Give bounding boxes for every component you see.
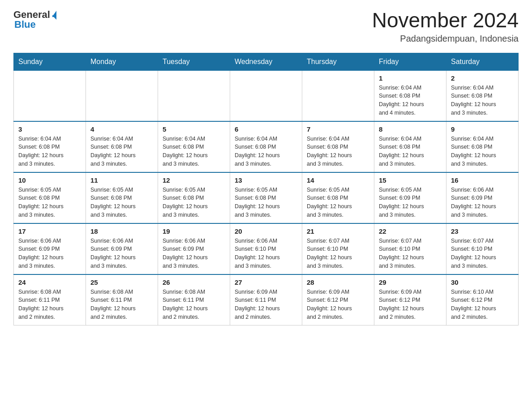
calendar-cell-w4-d1: 17Sunrise: 6:06 AMSunset: 6:09 PMDayligh… xyxy=(14,223,86,274)
calendar-cell-w3-d4: 13Sunrise: 6:05 AMSunset: 6:08 PMDayligh… xyxy=(230,172,302,223)
day-number: 17 xyxy=(18,227,81,235)
day-number: 20 xyxy=(235,227,297,235)
calendar-cell-w1-d1 xyxy=(14,70,86,121)
day-info: Sunrise: 6:06 AMSunset: 6:09 PMDaylight:… xyxy=(451,186,514,219)
logo-blue-text: Blue xyxy=(14,19,36,30)
logo: General Blue xyxy=(13,9,56,30)
page-header: General Blue November 2024 Padangsidempu… xyxy=(13,9,519,44)
day-number: 16 xyxy=(451,176,514,184)
day-info: Sunrise: 6:09 AMSunset: 6:12 PMDaylight:… xyxy=(379,288,442,321)
day-number: 10 xyxy=(18,176,81,184)
calendar-cell-w2-d5: 7Sunrise: 6:04 AMSunset: 6:08 PMDaylight… xyxy=(302,121,374,172)
day-number: 21 xyxy=(307,227,369,235)
day-number: 24 xyxy=(18,278,81,286)
calendar-cell-w5-d6: 29Sunrise: 6:09 AMSunset: 6:12 PMDayligh… xyxy=(374,274,446,325)
calendar-cell-w3-d2: 11Sunrise: 6:05 AMSunset: 6:08 PMDayligh… xyxy=(86,172,158,223)
day-number: 22 xyxy=(379,227,442,235)
day-number: 23 xyxy=(451,227,514,235)
calendar-cell-w5-d5: 28Sunrise: 6:09 AMSunset: 6:12 PMDayligh… xyxy=(302,274,374,325)
calendar-cell-w4-d4: 20Sunrise: 6:06 AMSunset: 6:10 PMDayligh… xyxy=(230,223,302,274)
day-info: Sunrise: 6:09 AMSunset: 6:12 PMDaylight:… xyxy=(307,288,369,321)
day-info: Sunrise: 6:04 AMSunset: 6:08 PMDaylight:… xyxy=(235,135,297,168)
day-number: 5 xyxy=(163,125,225,133)
day-number: 25 xyxy=(90,278,153,286)
header-monday: Monday xyxy=(86,53,158,70)
calendar-week-3: 10Sunrise: 6:05 AMSunset: 6:08 PMDayligh… xyxy=(14,172,519,223)
day-info: Sunrise: 6:05 AMSunset: 6:08 PMDaylight:… xyxy=(163,186,225,219)
day-info: Sunrise: 6:05 AMSunset: 6:09 PMDaylight:… xyxy=(379,186,442,219)
day-number: 8 xyxy=(379,125,442,133)
calendar-cell-w2-d1: 3Sunrise: 6:04 AMSunset: 6:08 PMDaylight… xyxy=(14,121,86,172)
header-saturday: Saturday xyxy=(446,53,519,70)
day-number: 26 xyxy=(163,278,225,286)
day-info: Sunrise: 6:08 AMSunset: 6:11 PMDaylight:… xyxy=(90,288,153,321)
calendar-cell-w5-d7: 30Sunrise: 6:10 AMSunset: 6:12 PMDayligh… xyxy=(446,274,519,325)
day-info: Sunrise: 6:06 AMSunset: 6:09 PMDaylight:… xyxy=(18,237,81,270)
calendar-cell-w1-d5 xyxy=(302,70,374,121)
calendar-cell-w2-d2: 4Sunrise: 6:04 AMSunset: 6:08 PMDaylight… xyxy=(86,121,158,172)
calendar-cell-w1-d6: 1Sunrise: 6:04 AMSunset: 6:08 PMDaylight… xyxy=(374,70,446,121)
calendar-week-2: 3Sunrise: 6:04 AMSunset: 6:08 PMDaylight… xyxy=(14,121,519,172)
day-info: Sunrise: 6:07 AMSunset: 6:10 PMDaylight:… xyxy=(451,237,514,270)
calendar-cell-w2-d4: 6Sunrise: 6:04 AMSunset: 6:08 PMDaylight… xyxy=(230,121,302,172)
calendar-cell-w4-d3: 19Sunrise: 6:06 AMSunset: 6:09 PMDayligh… xyxy=(158,223,230,274)
day-number: 28 xyxy=(307,278,369,286)
day-info: Sunrise: 6:04 AMSunset: 6:08 PMDaylight:… xyxy=(18,135,81,168)
header-wednesday: Wednesday xyxy=(230,53,302,70)
month-year-title: November 2024 xyxy=(372,9,519,32)
day-number: 4 xyxy=(90,125,153,133)
calendar-cell-w1-d7: 2Sunrise: 6:04 AMSunset: 6:08 PMDaylight… xyxy=(446,70,519,121)
day-info: Sunrise: 6:05 AMSunset: 6:08 PMDaylight:… xyxy=(307,186,369,219)
day-number: 9 xyxy=(451,125,514,133)
day-number: 7 xyxy=(307,125,369,133)
day-number: 30 xyxy=(451,278,514,286)
calendar-cell-w2-d7: 9Sunrise: 6:04 AMSunset: 6:08 PMDaylight… xyxy=(446,121,519,172)
day-number: 1 xyxy=(379,74,442,82)
calendar-cell-w3-d7: 16Sunrise: 6:06 AMSunset: 6:09 PMDayligh… xyxy=(446,172,519,223)
day-info: Sunrise: 6:05 AMSunset: 6:08 PMDaylight:… xyxy=(90,186,153,219)
header-sunday: Sunday xyxy=(14,53,86,70)
day-info: Sunrise: 6:04 AMSunset: 6:08 PMDaylight:… xyxy=(307,135,369,168)
calendar-cell-w5-d3: 26Sunrise: 6:08 AMSunset: 6:11 PMDayligh… xyxy=(158,274,230,325)
day-number: 2 xyxy=(451,74,514,82)
day-info: Sunrise: 6:04 AMSunset: 6:08 PMDaylight:… xyxy=(451,84,514,117)
calendar-cell-w5-d1: 24Sunrise: 6:08 AMSunset: 6:11 PMDayligh… xyxy=(14,274,86,325)
day-info: Sunrise: 6:06 AMSunset: 6:10 PMDaylight:… xyxy=(235,237,297,270)
calendar-week-4: 17Sunrise: 6:06 AMSunset: 6:09 PMDayligh… xyxy=(14,223,519,274)
header-tuesday: Tuesday xyxy=(158,53,230,70)
calendar-cell-w4-d5: 21Sunrise: 6:07 AMSunset: 6:10 PMDayligh… xyxy=(302,223,374,274)
day-info: Sunrise: 6:10 AMSunset: 6:12 PMDaylight:… xyxy=(451,288,514,321)
calendar-cell-w1-d4 xyxy=(230,70,302,121)
day-number: 11 xyxy=(90,176,153,184)
day-info: Sunrise: 6:06 AMSunset: 6:09 PMDaylight:… xyxy=(90,237,153,270)
calendar-cell-w5-d4: 27Sunrise: 6:09 AMSunset: 6:11 PMDayligh… xyxy=(230,274,302,325)
day-number: 15 xyxy=(379,176,442,184)
calendar-cell-w3-d5: 14Sunrise: 6:05 AMSunset: 6:08 PMDayligh… xyxy=(302,172,374,223)
calendar-cell-w1-d2 xyxy=(86,70,158,121)
day-info: Sunrise: 6:08 AMSunset: 6:11 PMDaylight:… xyxy=(18,288,81,321)
day-info: Sunrise: 6:04 AMSunset: 6:08 PMDaylight:… xyxy=(90,135,153,168)
calendar-cell-w4-d2: 18Sunrise: 6:06 AMSunset: 6:09 PMDayligh… xyxy=(86,223,158,274)
day-number: 3 xyxy=(18,125,81,133)
day-number: 6 xyxy=(235,125,297,133)
day-info: Sunrise: 6:06 AMSunset: 6:09 PMDaylight:… xyxy=(163,237,225,270)
day-info: Sunrise: 6:04 AMSunset: 6:08 PMDaylight:… xyxy=(379,84,442,117)
calendar-cell-w2-d3: 5Sunrise: 6:04 AMSunset: 6:08 PMDaylight… xyxy=(158,121,230,172)
calendar-week-1: 1Sunrise: 6:04 AMSunset: 6:08 PMDaylight… xyxy=(14,70,519,121)
calendar-cell-w5-d2: 25Sunrise: 6:08 AMSunset: 6:11 PMDayligh… xyxy=(86,274,158,325)
day-info: Sunrise: 6:05 AMSunset: 6:08 PMDaylight:… xyxy=(235,186,297,219)
calendar-cell-w1-d3 xyxy=(158,70,230,121)
day-info: Sunrise: 6:08 AMSunset: 6:11 PMDaylight:… xyxy=(163,288,225,321)
day-info: Sunrise: 6:09 AMSunset: 6:11 PMDaylight:… xyxy=(235,288,297,321)
day-info: Sunrise: 6:05 AMSunset: 6:08 PMDaylight:… xyxy=(18,186,81,219)
day-number: 27 xyxy=(235,278,297,286)
day-number: 29 xyxy=(379,278,442,286)
calendar-cell-w4-d6: 22Sunrise: 6:07 AMSunset: 6:10 PMDayligh… xyxy=(374,223,446,274)
day-number: 13 xyxy=(235,176,297,184)
header-thursday: Thursday xyxy=(302,53,374,70)
day-info: Sunrise: 6:07 AMSunset: 6:10 PMDaylight:… xyxy=(307,237,369,270)
day-info: Sunrise: 6:04 AMSunset: 6:08 PMDaylight:… xyxy=(451,135,514,168)
day-info: Sunrise: 6:07 AMSunset: 6:10 PMDaylight:… xyxy=(379,237,442,270)
day-number: 14 xyxy=(307,176,369,184)
calendar-table: Sunday Monday Tuesday Wednesday Thursday… xyxy=(13,53,519,325)
